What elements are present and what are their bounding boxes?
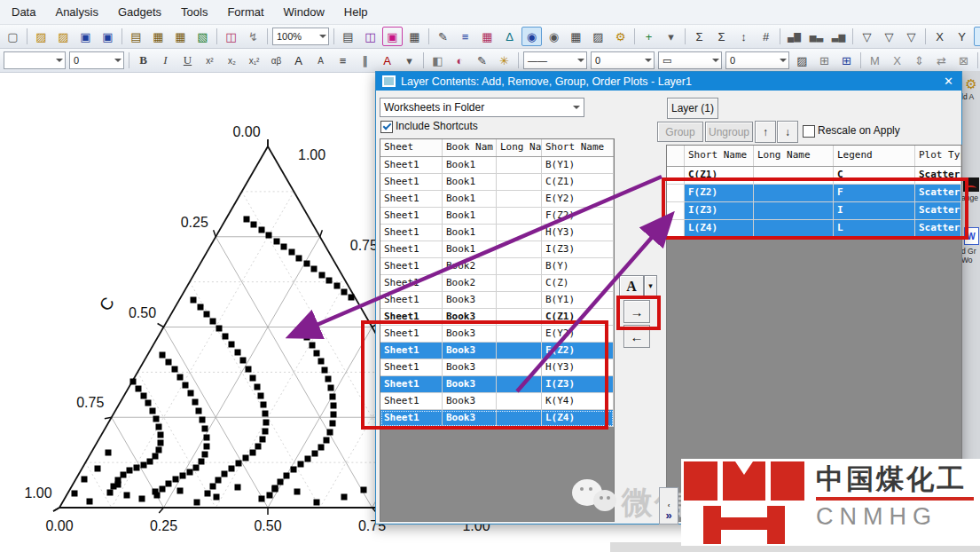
reapply-filter-icon[interactable]: ▽ <box>901 27 921 46</box>
row-spacing-icon[interactable]: ⇕ <box>909 51 929 70</box>
merge-cells-button[interactable]: M <box>865 51 885 70</box>
left-table-row[interactable]: Sheet1Book1E(Y2) <box>380 191 614 208</box>
import-single-ascii-icon[interactable]: ▦ <box>148 27 169 46</box>
bold-button[interactable]: B <box>133 51 153 70</box>
menu-item-tools[interactable]: Tools <box>171 2 217 22</box>
group-button[interactable]: Group <box>657 122 703 142</box>
new-image-icon[interactable]: ▣ <box>382 27 403 46</box>
print-icon[interactable]: ▤ <box>338 27 358 46</box>
lock-icon[interactable]: ⊠ <box>953 51 974 70</box>
menu-item-gadgets[interactable]: Gadgets <box>108 2 171 22</box>
font-color-button[interactable]: A <box>377 51 397 70</box>
menu-item-format[interactable]: Format <box>217 2 273 22</box>
import-wizard-icon[interactable]: ▤ <box>126 27 146 46</box>
subscript-button[interactable]: x₂ <box>222 51 242 70</box>
left-table-row[interactable]: Sheet1Book1H(Y3) <box>380 225 614 241</box>
sort-icon[interactable]: ↕ <box>733 27 754 46</box>
remove-plot-button[interactable]: ← <box>623 325 650 348</box>
word-app-icon[interactable]: W <box>964 227 979 245</box>
right-table-row[interactable]: I(Z3)IScatter <box>667 202 961 220</box>
open-icon[interactable]: ▨ <box>31 27 51 46</box>
greek-button[interactable]: αβ <box>266 51 286 70</box>
worksheet-display-icon[interactable]: ▦ <box>566 27 586 46</box>
left-table-row[interactable]: Sheet1Book3B(Y1) <box>380 292 614 309</box>
menu-item-analysis[interactable]: Analysis <box>45 2 107 22</box>
column-statistics-icon[interactable]: Σ <box>711 27 732 46</box>
font-color-dropdown-icon[interactable]: ▾ <box>399 51 419 70</box>
add-column-icon[interactable]: + <box>639 27 659 46</box>
set-values-icon[interactable]: # <box>756 27 776 46</box>
decrease-font-button[interactable]: A <box>310 51 331 70</box>
expand-chevron-button[interactable]: ‹ » <box>659 487 678 524</box>
plot-type-dropdown[interactable]: ▾ <box>644 275 657 296</box>
print-preview-icon[interactable]: ◫ <box>360 27 380 46</box>
col-spacing-icon[interactable]: ⇄ <box>931 51 952 70</box>
save-icon[interactable]: ▣ <box>75 27 96 46</box>
left-table-row[interactable]: Sheet1Book3C(Z1) <box>380 309 614 326</box>
format-worksheet-icon[interactable]: ▨ <box>588 27 608 46</box>
menu-item-data[interactable]: Data <box>2 2 45 22</box>
left-table-row[interactable]: Sheet1Book2C(Z) <box>380 275 614 292</box>
add-plot-button[interactable]: → <box>623 300 650 323</box>
move-down-button[interactable]: ↓ <box>777 121 798 143</box>
left-table-row[interactable]: Sheet1Book3E(Y2) <box>380 326 614 343</box>
left-table-row[interactable]: Sheet1Book1B(Y1) <box>380 157 614 174</box>
worksheets-source-combo[interactable]: Worksheets in Folder <box>380 98 584 117</box>
left-table-row[interactable]: Sheet1Book3K(Y4) <box>380 393 614 410</box>
glow-icon[interactable]: ✳ <box>494 51 514 70</box>
ungroup-button[interactable]: Ungroup <box>705 122 753 142</box>
open-template-icon[interactable]: ▨ <box>53 27 74 46</box>
new-matrix-icon[interactable]: ▦ <box>477 27 498 46</box>
close-icon[interactable]: ✕ <box>944 75 953 88</box>
set-y-button[interactable]: Y <box>952 27 972 46</box>
left-table-row[interactable]: Sheet1Book2B(Y) <box>380 258 614 275</box>
pattern-width-combo[interactable]: 0 <box>725 51 789 69</box>
scale-in-icon[interactable]: ◉ <box>544 27 564 46</box>
new-project-icon[interactable]: ▢ <box>3 27 23 46</box>
sum-statistics-icon[interactable]: Σ <box>689 27 710 46</box>
line-width-combo[interactable]: 0 <box>591 51 655 69</box>
set-z-button[interactable]: Z <box>974 27 980 46</box>
apps-gear-icon[interactable]: ⚙ <box>965 76 976 91</box>
right-table-row[interactable]: L(Z4)LScatter <box>667 220 961 238</box>
left-table-row[interactable]: Sheet1Book1C(Z1) <box>380 174 614 191</box>
data-filter-icon[interactable]: ▽ <box>857 27 877 46</box>
left-table-row[interactable]: Sheet1Book3H(Y3) <box>380 359 614 376</box>
app-gears-icon[interactable]: ⚙ <box>610 27 631 46</box>
superscript-button[interactable]: x² <box>200 51 220 70</box>
fence-button[interactable]: ∥ <box>355 51 375 70</box>
subsuperscript-button[interactable]: x₁² <box>244 51 264 70</box>
italic-button[interactable]: I <box>155 51 176 70</box>
new-notes-icon[interactable]: ✎ <box>433 27 453 46</box>
add-table-icon[interactable]: ⊞ <box>836 51 857 70</box>
include-shortcuts-checkbox[interactable] <box>380 121 393 133</box>
left-table-row[interactable]: Sheet1Book1I(Z3) <box>380 241 614 258</box>
remove-filter-icon[interactable]: ▽ <box>879 27 899 46</box>
stats-chart-icon[interactable]: ▅▃ <box>806 27 827 46</box>
border-style-combo[interactable]: ▭ <box>658 51 722 69</box>
import-multiple-ascii-icon[interactable]: ▦ <box>170 27 191 46</box>
new-worksheet-icon[interactable]: ≡ <box>455 27 475 46</box>
move-up-button[interactable]: ↑ <box>755 121 776 143</box>
font-name-combo[interactable] <box>4 51 66 69</box>
set-x-button[interactable]: X <box>929 27 950 46</box>
left-table-row[interactable]: Sheet1Book1F(Z2) <box>380 208 614 225</box>
right-table-row[interactable]: C(Z1)CScatter <box>667 167 961 185</box>
dialog-title-bar[interactable]: Layer Contents: Add, Remove, Group, Orde… <box>376 72 961 91</box>
layer-tab[interactable]: Layer (1) <box>667 98 718 119</box>
menu-item-help[interactable]: Help <box>334 2 378 22</box>
zoom-panel-icon[interactable]: ◉ <box>521 27 542 46</box>
plot-type-button[interactable]: A <box>619 275 644 298</box>
underline-button[interactable]: U <box>177 51 198 70</box>
line-color-icon[interactable]: ✎ <box>472 51 492 70</box>
increase-font-button[interactable]: A <box>288 51 309 70</box>
duplicate-batch-icon[interactable]: ◫ <box>221 27 241 46</box>
right-table-row[interactable]: F(Z2)FScatter <box>667 185 961 202</box>
save-window-icon[interactable]: ▣ <box>98 27 118 46</box>
histogram-chart-icon[interactable]: ▃▆ <box>828 27 849 46</box>
left-table-row[interactable]: Sheet1Book3I(Z3) <box>380 376 614 393</box>
left-table-row[interactable]: Sheet1Book3L(Z4) <box>380 410 614 427</box>
split-cells-button[interactable]: X <box>887 51 907 70</box>
curve-app-icon[interactable] <box>963 177 979 192</box>
left-table-row[interactable]: Sheet1Book3F(Z2) <box>380 343 614 359</box>
